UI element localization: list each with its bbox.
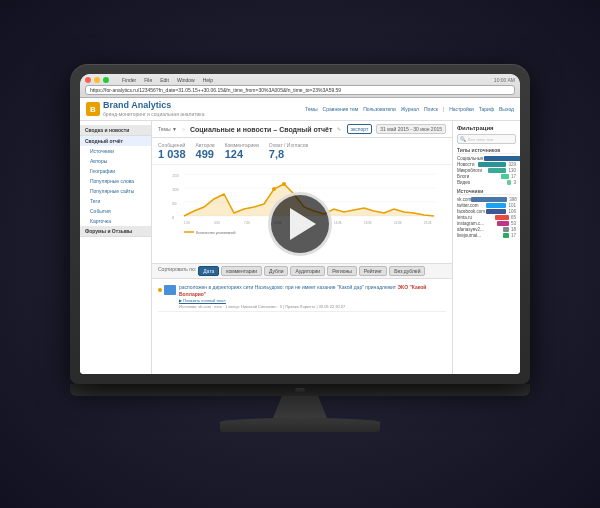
news-count: 329 [508,162,516,167]
nav-users[interactable]: Пользователи [363,106,396,112]
tab-date[interactable]: Дата [198,266,219,276]
filter-social: Социальные 554 [457,156,516,161]
tab-dupes[interactable]: Дубли [264,266,288,276]
tab-nodedupes[interactable]: Без дублей [389,266,425,276]
menu-item[interactable]: File [144,77,152,83]
vk-bar-group: 398 [471,197,517,202]
filter-instagram: instagram.c... 53 [457,221,516,226]
fb-bar-group: 106 [486,209,516,214]
lenta-bar-group: 65 [495,215,516,220]
filter-types-title: Типы источников [457,147,516,154]
chart-area: 150 100 50 0 [152,165,452,262]
blogs-count: 17 [511,174,516,179]
edit-icon[interactable]: ✎ [337,126,341,132]
twitter-bar [486,203,506,208]
filter-news: Новости 329 [457,162,516,167]
power-button[interactable] [295,388,305,392]
news-bar [478,162,506,167]
traffic-light-red[interactable] [85,77,91,83]
filter-search-box: 🔍 Все типы тем [457,134,516,144]
reach-value: 7,8 [269,148,308,160]
svg-text:1.06: 1.06 [184,221,190,225]
date-range[interactable]: 31 май 2015 - 30 июн 2015 [376,124,446,134]
sidebar-item-card[interactable]: Карточка [80,216,151,226]
filter-livejournal: livejournal... 17 [457,233,516,238]
menu-item[interactable]: Finder [122,77,136,83]
logo-area: B Brand Analytics бренд-мониторинг и соц… [86,101,204,117]
filter-search-placeholder[interactable]: Все типы тем [468,137,493,142]
result-link[interactable]: расположен в директориях сети Наэльудово… [179,284,396,290]
sidebar-item-summary[interactable]: Сводный отчёт [80,136,151,146]
show-full-text[interactable]: ▶ Показать полный текст [179,298,446,303]
tab-comments[interactable]: комментарии [221,266,262,276]
nav-compare[interactable]: Сравнение тем [323,106,359,112]
comments-value: 124 [225,148,259,160]
browser-chrome: Finder File Edit Window Help 10:00 AM ht… [80,74,520,98]
blogs-label: Блоги [457,174,469,179]
instagram-label: instagram.c... [457,221,484,226]
menu-item[interactable]: Window [177,77,195,83]
sidebar-item-tags[interactable]: Теги [80,196,151,206]
svg-text:100: 100 [172,187,179,192]
sidebar-item-geo[interactable]: Географии [80,166,151,176]
theme-selector[interactable]: Темы ▼ [158,126,177,132]
metric-posts: Сообщений 1 038 [158,142,186,160]
sidebar-item-authors[interactable]: Авторы [80,156,151,166]
filter-lenta: lenta.ru 65 [457,215,516,220]
social-bar [484,156,520,161]
nav-exit[interactable]: Выход [499,106,514,112]
panel-header: Темы ▼ ○ Социальные и новости – Сводный … [152,121,452,138]
metrics-row: Сообщений 1 038 Авторов 499 Комментариев… [152,138,452,165]
sidebar-item-sites[interactable]: Популярные сайты [80,186,151,196]
tab-rating[interactable]: Рейтинг [359,266,387,276]
blogs-bar [501,174,509,179]
separator: ○ [182,126,185,132]
sidebar-section-news: Сводка и новости [80,125,151,136]
result-title: расположен в директориях сети Наэльудово… [179,284,446,298]
svg-text:50: 50 [172,201,177,206]
metric-comments: Комментариев 124 [225,142,259,160]
traffic-light-green[interactable] [103,77,109,83]
address-bar[interactable]: https://for-analytics.ru/123456?fn_date=… [85,85,515,95]
lj-label: livejournal... [457,233,481,238]
filter-afanasyev: afanasyev2... 18 [457,227,516,232]
export-button[interactable]: экспорт [347,124,373,134]
twitter-bar-group: 101 [486,203,516,208]
sidebar-item-events[interactable]: События [80,206,151,216]
sidebar-item-words[interactable]: Популярные слова [80,176,151,186]
vk-label: vk.com [457,197,471,202]
traffic-light-yellow[interactable] [94,77,100,83]
nav-journal[interactable]: Журнал [401,106,419,112]
lenta-bar [495,215,509,220]
authors-value: 499 [196,148,215,160]
filter-video: Видео 3 [457,180,516,185]
filter-fb: facebook.com 106 [457,209,516,214]
nav-themes[interactable]: Темы [305,106,318,112]
svg-text:150: 150 [172,173,179,178]
lj-count: 17 [511,233,516,238]
svg-text:19.06: 19.06 [364,221,372,225]
menu-item[interactable]: Help [203,77,213,83]
svg-text:13.06: 13.06 [304,221,312,225]
lenta-label: lenta.ru [457,215,472,220]
svg-text:Количество упоминаний: Количество упоминаний [196,231,235,235]
svg-text:22.06: 22.06 [394,221,402,225]
main-panel: Темы ▼ ○ Социальные и новости – Сводный … [152,121,452,374]
video-count: 3 [513,180,516,185]
svg-text:25.06: 25.06 [424,221,432,225]
menu-item[interactable]: Edit [160,77,169,83]
nav-settings[interactable]: Настройки [449,106,474,112]
nav-tariff[interactable]: Тариф [479,106,494,112]
afanasyev-label: afanasyev2... [457,227,484,232]
sidebar-item-sources[interactable]: Источники [80,146,151,156]
instagram-bar-group: 53 [497,221,516,226]
app-content: Сводка и новости Сводный отчёт Источники… [80,121,520,374]
vk-bar [471,197,507,202]
app-title: Brand Analytics [103,101,204,110]
nav-search[interactable]: Поиск [424,106,438,112]
video-bar-group: 3 [507,180,516,185]
filter-micro: Микроблоги 130 [457,168,516,173]
tab-audience[interactable]: Аудитории [290,266,325,276]
scene: Finder File Edit Window Help 10:00 AM ht… [0,0,600,508]
tab-regions[interactable]: Регионы [327,266,357,276]
